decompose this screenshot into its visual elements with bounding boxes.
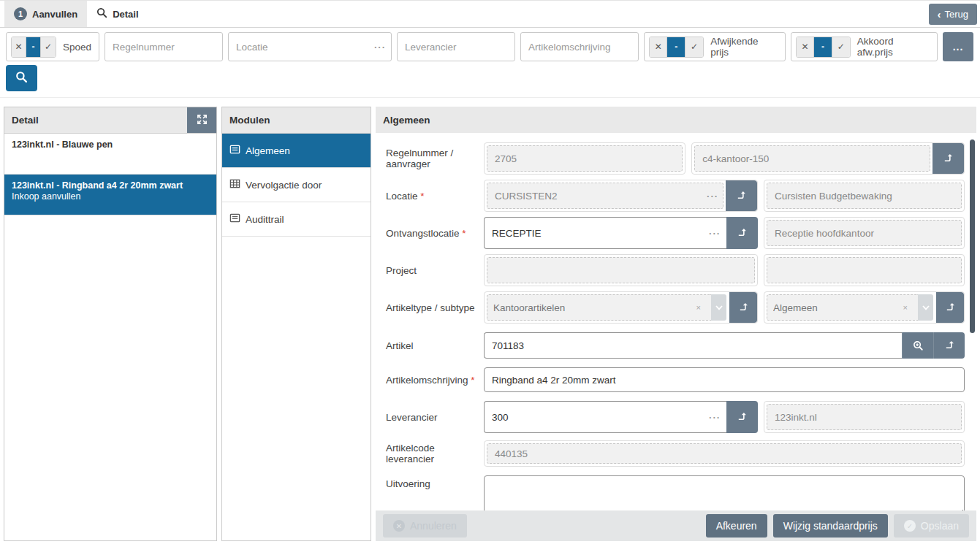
- locatie-filter-input[interactable]: [228, 32, 392, 61]
- tristate-no-icon[interactable]: ✕: [650, 37, 667, 57]
- ontvangstlocatie-name-value: Receptie hoofdkantoor: [767, 220, 962, 246]
- tristate-any-icon[interactable]: -: [667, 37, 685, 57]
- required-asterisk: *: [420, 191, 424, 202]
- chevron-down-icon[interactable]: [711, 294, 726, 321]
- form-footer-bar: ✕ Annuleren Afkeuren Wijzig standaardpri…: [376, 510, 976, 541]
- back-button-label: Terug: [944, 9, 968, 20]
- list-item[interactable]: 123inkt.nl - Blauwe pen: [4, 134, 216, 175]
- change-standard-price-label: Wijzig standaardprijs: [783, 520, 878, 532]
- filter-bar: ✕ - ✓ Spoed ··· ✕ - ✓ Afwijkende prijs: [0, 28, 980, 98]
- module-item-label: Vervolgactie door: [246, 180, 322, 191]
- leverancier-input[interactable]: [484, 401, 726, 433]
- list-item-title: 123inkt.nl - Ringband a4 2r 20mm zwart: [12, 180, 209, 191]
- tristate-any-icon[interactable]: -: [814, 37, 832, 57]
- vertical-scrollbar[interactable]: [970, 139, 975, 333]
- field-row-artikeltype: Artikeltype / subtype Kantoorartikelen ×: [386, 291, 965, 324]
- tab-aanvullen[interactable]: 1 Aanvullen: [4, 1, 87, 27]
- more-filters-button[interactable]: ...: [943, 32, 973, 61]
- subtype-value: Algemeen: [773, 302, 899, 313]
- jump-icon: [737, 226, 748, 240]
- jump-button[interactable]: [933, 332, 965, 359]
- chevron-down-icon[interactable]: [918, 294, 933, 321]
- regelnummer-filter: [105, 32, 223, 61]
- jump-button[interactable]: [729, 292, 757, 323]
- required-asterisk: *: [462, 228, 466, 239]
- artikel-input[interactable]: [484, 332, 902, 359]
- jump-button[interactable]: [726, 180, 757, 211]
- tristate-yes-icon[interactable]: ✓: [832, 37, 850, 57]
- back-button[interactable]: ‹ Terug: [929, 4, 977, 25]
- list-item-selected[interactable]: 123inkt.nl - Ringband a4 2r 20mm zwart I…: [4, 175, 216, 215]
- field-row-leverancier: Leverancier ···: [386, 401, 965, 433]
- artikelcode-value: 440135: [487, 443, 962, 464]
- tristate-no-icon[interactable]: ✕: [797, 37, 814, 57]
- tab-aanvullen-label: Aanvullen: [32, 9, 77, 20]
- tab-bar: 1 Aanvullen Detail ‹ Terug: [0, 0, 980, 28]
- module-item-algemeen[interactable]: Algemeen: [222, 134, 371, 168]
- field-label: Leverancier: [386, 412, 484, 423]
- field-label: Locatie *: [386, 191, 484, 202]
- search-button[interactable]: [6, 65, 37, 91]
- tristate-yes-icon[interactable]: ✓: [41, 37, 56, 57]
- jump-button[interactable]: [936, 292, 964, 323]
- field-row-project: Project: [386, 254, 965, 286]
- detail-panel-title: Detail: [12, 115, 39, 126]
- zoom-in-icon[interactable]: [902, 332, 933, 359]
- akkoord-tristate[interactable]: ✕ - ✓: [796, 37, 851, 58]
- field-row-locatie: Locatie * CURSISTEN2 ···: [386, 180, 965, 212]
- ontvangstlocatie-input[interactable]: [484, 217, 726, 249]
- tab-detail[interactable]: Detail: [87, 1, 148, 27]
- locatie-name-value: Cursisten Budgetbewaking: [767, 183, 962, 209]
- jump-icon: [738, 301, 749, 314]
- module-item-label: Algemeen: [246, 145, 290, 156]
- filter-akkoord-afwprijs: ✕ - ✓ Akkoord afw.prijs: [791, 32, 938, 61]
- jump-button[interactable]: [726, 401, 758, 433]
- afwijkende-tristate[interactable]: ✕ - ✓: [649, 37, 704, 58]
- field-row-ontvangstlocatie: Ontvangstlocatie * ···: [386, 217, 965, 249]
- tristate-yes-icon[interactable]: ✓: [685, 37, 703, 57]
- form-body: Regelnummer / aanvrager 2705 c4-kantoor-…: [376, 133, 976, 541]
- jump-button[interactable]: [932, 143, 964, 174]
- search-icon: [96, 7, 107, 20]
- tristate-any-icon[interactable]: -: [26, 37, 41, 57]
- clear-x-icon[interactable]: ×: [692, 303, 705, 312]
- field-label: Artikelomschrijving *: [386, 375, 484, 386]
- save-button[interactable]: ✓ Opslaan: [894, 514, 969, 538]
- change-standard-price-button[interactable]: Wijzig standaardprijs: [773, 514, 888, 538]
- artikelomschrijving-input[interactable]: [484, 367, 965, 392]
- tristate-no-icon[interactable]: ✕: [12, 37, 26, 57]
- clear-x-icon[interactable]: ×: [899, 303, 912, 312]
- module-item-vervolgactie[interactable]: Vervolgactie door: [222, 168, 371, 202]
- regelnummer-value: 2705: [487, 145, 683, 172]
- check-icon: ✓: [904, 520, 916, 532]
- project-name-value: [767, 257, 962, 283]
- artikelomschrijving-filter: [520, 32, 639, 61]
- spoed-tristate[interactable]: ✕ - ✓: [11, 37, 56, 58]
- cancel-button[interactable]: ✕ Annuleren: [383, 514, 467, 538]
- field-label: Artikel: [386, 340, 484, 351]
- module-item-audittrail[interactable]: Audittrail: [222, 202, 371, 237]
- leverancier-filter: [397, 32, 515, 61]
- artikelomschrijving-filter-input[interactable]: [520, 32, 639, 61]
- field-label: Ontvangstlocatie *: [386, 228, 484, 239]
- filter-spoed: ✕ - ✓ Spoed: [6, 32, 99, 61]
- back-chevron-icon: ‹: [938, 9, 941, 20]
- form-panel: Algemeen Regelnummer / aanvrager 2705 c4…: [376, 107, 976, 541]
- cancel-button-label: Annuleren: [410, 520, 457, 532]
- leverancier-name-value: 123inkt.nl: [767, 404, 962, 430]
- reject-button[interactable]: Afkeuren: [706, 514, 767, 538]
- tab-detail-label: Detail: [113, 9, 138, 20]
- main-area: Detail 123inkt.nl - Blauwe pen 123inkt.n…: [0, 98, 980, 544]
- project-code-value: [487, 257, 755, 283]
- jump-icon: [944, 339, 955, 352]
- expand-icon: [197, 114, 208, 127]
- field-label: Artikeltype / subtype: [386, 302, 484, 313]
- afwijkende-label: Afwijkende prijs: [710, 36, 778, 58]
- akkoord-label: Akkoord afw.prijs: [857, 36, 930, 58]
- field-row-artikel: Artikel: [386, 332, 965, 359]
- jump-button[interactable]: [726, 217, 758, 249]
- expand-button[interactable]: [187, 107, 216, 133]
- leverancier-filter-input[interactable]: [397, 32, 515, 61]
- regelnummer-filter-input[interactable]: [105, 32, 223, 61]
- jump-icon: [737, 410, 748, 424]
